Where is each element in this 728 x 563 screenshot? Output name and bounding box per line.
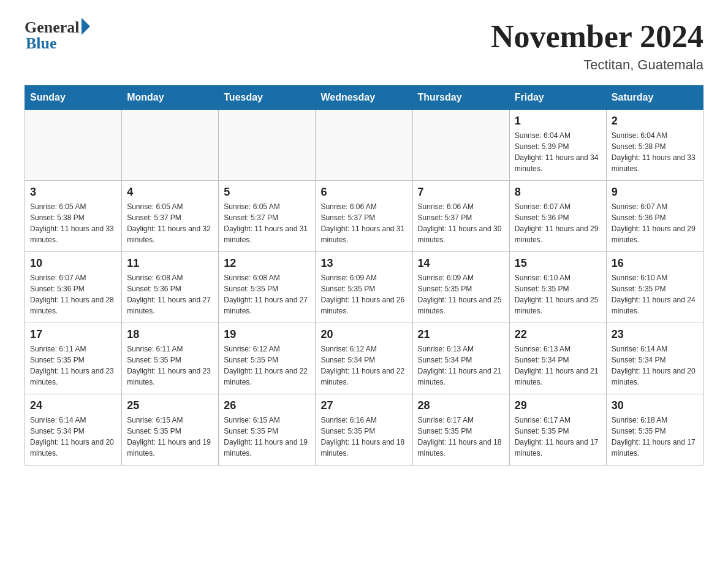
calendar-cell: [219, 110, 316, 181]
day-info: Sunrise: 6:12 AMSunset: 5:35 PMDaylight:…: [224, 343, 310, 388]
calendar-cell: 6Sunrise: 6:06 AMSunset: 5:37 PMDaylight…: [316, 181, 412, 252]
day-number: 16: [612, 257, 698, 270]
calendar-cell: 20Sunrise: 6:12 AMSunset: 5:34 PMDayligh…: [316, 323, 412, 394]
calendar-cell: 28Sunrise: 6:17 AMSunset: 5:35 PMDayligh…: [412, 394, 509, 465]
calendar-cell: 23Sunrise: 6:14 AMSunset: 5:34 PMDayligh…: [606, 323, 703, 394]
title-area: November 2024 Tectitan, Guatemala: [491, 18, 703, 73]
page-header: General Blue November 2024 Tectitan, Gua…: [25, 18, 703, 73]
day-info: Sunrise: 6:13 AMSunset: 5:34 PMDaylight:…: [515, 343, 601, 388]
day-info: Sunrise: 6:09 AMSunset: 5:35 PMDaylight:…: [320, 272, 407, 316]
calendar-cell: 30Sunrise: 6:18 AMSunset: 5:35 PMDayligh…: [606, 394, 703, 465]
day-info: Sunrise: 6:08 AMSunset: 5:36 PMDaylight:…: [127, 272, 213, 316]
calendar-cell: [122, 110, 219, 181]
day-number: 30: [612, 399, 698, 412]
calendar-cell: 29Sunrise: 6:17 AMSunset: 5:35 PMDayligh…: [509, 394, 606, 465]
calendar-cell: 24Sunrise: 6:14 AMSunset: 5:34 PMDayligh…: [25, 394, 122, 465]
day-number: 27: [320, 399, 407, 412]
day-number: 12: [224, 257, 310, 270]
calendar-cell: 17Sunrise: 6:11 AMSunset: 5:35 PMDayligh…: [25, 323, 122, 394]
day-number: 28: [418, 399, 504, 412]
day-info: Sunrise: 6:04 AMSunset: 5:39 PMDaylight:…: [515, 130, 601, 174]
calendar-cell: [412, 110, 509, 181]
month-title: November 2024: [491, 18, 703, 55]
day-number: 2: [612, 115, 698, 128]
day-info: Sunrise: 6:13 AMSunset: 5:34 PMDaylight:…: [418, 343, 504, 388]
day-info: Sunrise: 6:14 AMSunset: 5:34 PMDaylight:…: [30, 415, 116, 459]
calendar-cell: 5Sunrise: 6:05 AMSunset: 5:37 PMDaylight…: [219, 181, 316, 252]
calendar-cell: 21Sunrise: 6:13 AMSunset: 5:34 PMDayligh…: [412, 323, 509, 394]
day-info: Sunrise: 6:05 AMSunset: 5:38 PMDaylight:…: [30, 201, 116, 245]
calendar-cell: 8Sunrise: 6:07 AMSunset: 5:36 PMDaylight…: [509, 181, 606, 252]
calendar-cell: 12Sunrise: 6:08 AMSunset: 5:35 PMDayligh…: [219, 252, 316, 323]
day-info: Sunrise: 6:12 AMSunset: 5:34 PMDaylight:…: [320, 343, 407, 388]
weekday-header-thursday: Thursday: [412, 86, 509, 110]
location-text: Tectitan, Guatemala: [491, 57, 703, 73]
day-info: Sunrise: 6:18 AMSunset: 5:35 PMDaylight:…: [612, 415, 698, 459]
calendar-cell: 22Sunrise: 6:13 AMSunset: 5:34 PMDayligh…: [509, 323, 606, 394]
calendar-cell: [25, 110, 122, 181]
day-number: 7: [418, 186, 504, 199]
day-info: Sunrise: 6:06 AMSunset: 5:37 PMDaylight:…: [320, 201, 407, 245]
calendar-cell: 1Sunrise: 6:04 AMSunset: 5:39 PMDaylight…: [509, 110, 606, 181]
day-number: 5: [224, 186, 310, 199]
day-info: Sunrise: 6:10 AMSunset: 5:35 PMDaylight:…: [612, 272, 698, 316]
day-number: 18: [127, 328, 213, 341]
day-info: Sunrise: 6:17 AMSunset: 5:35 PMDaylight:…: [418, 415, 504, 459]
day-number: 6: [320, 186, 407, 199]
day-number: 13: [320, 257, 407, 270]
calendar-cell: 18Sunrise: 6:11 AMSunset: 5:35 PMDayligh…: [122, 323, 219, 394]
calendar-cell: 15Sunrise: 6:10 AMSunset: 5:35 PMDayligh…: [509, 252, 606, 323]
weekday-header-wednesday: Wednesday: [316, 86, 412, 110]
calendar-cell: 16Sunrise: 6:10 AMSunset: 5:35 PMDayligh…: [606, 252, 703, 323]
day-info: Sunrise: 6:04 AMSunset: 5:38 PMDaylight:…: [612, 130, 698, 174]
day-info: Sunrise: 6:05 AMSunset: 5:37 PMDaylight:…: [127, 201, 213, 245]
calendar-cell: [316, 110, 412, 181]
day-info: Sunrise: 6:07 AMSunset: 5:36 PMDaylight:…: [515, 201, 601, 245]
calendar-cell: 25Sunrise: 6:15 AMSunset: 5:35 PMDayligh…: [122, 394, 219, 465]
day-number: 19: [224, 328, 310, 341]
day-info: Sunrise: 6:06 AMSunset: 5:37 PMDaylight:…: [418, 201, 504, 245]
calendar-cell: 4Sunrise: 6:05 AMSunset: 5:37 PMDaylight…: [122, 181, 219, 252]
day-number: 14: [418, 257, 504, 270]
day-number: 20: [320, 328, 407, 341]
week-row-2: 3Sunrise: 6:05 AMSunset: 5:38 PMDaylight…: [25, 181, 703, 252]
day-number: 25: [127, 399, 213, 412]
calendar-cell: 19Sunrise: 6:12 AMSunset: 5:35 PMDayligh…: [219, 323, 316, 394]
calendar-cell: 26Sunrise: 6:15 AMSunset: 5:35 PMDayligh…: [219, 394, 316, 465]
weekday-header-tuesday: Tuesday: [219, 86, 316, 110]
calendar-cell: 10Sunrise: 6:07 AMSunset: 5:36 PMDayligh…: [25, 252, 122, 323]
day-info: Sunrise: 6:11 AMSunset: 5:35 PMDaylight:…: [127, 343, 213, 388]
day-info: Sunrise: 6:08 AMSunset: 5:35 PMDaylight:…: [224, 272, 310, 316]
weekday-header-row: SundayMondayTuesdayWednesdayThursdayFrid…: [25, 86, 703, 110]
calendar-cell: 7Sunrise: 6:06 AMSunset: 5:37 PMDaylight…: [412, 181, 509, 252]
day-info: Sunrise: 6:14 AMSunset: 5:34 PMDaylight:…: [612, 343, 698, 388]
day-number: 21: [418, 328, 504, 341]
week-row-4: 17Sunrise: 6:11 AMSunset: 5:35 PMDayligh…: [25, 323, 703, 394]
day-info: Sunrise: 6:09 AMSunset: 5:35 PMDaylight:…: [418, 272, 504, 316]
day-number: 1: [515, 115, 601, 128]
day-number: 10: [30, 257, 116, 270]
calendar-cell: 3Sunrise: 6:05 AMSunset: 5:38 PMDaylight…: [25, 181, 122, 252]
day-number: 23: [612, 328, 698, 341]
weekday-header-monday: Monday: [122, 86, 219, 110]
calendar-cell: 27Sunrise: 6:16 AMSunset: 5:35 PMDayligh…: [316, 394, 412, 465]
calendar-table: SundayMondayTuesdayWednesdayThursdayFrid…: [25, 85, 703, 465]
calendar-cell: 2Sunrise: 6:04 AMSunset: 5:38 PMDaylight…: [606, 110, 703, 181]
day-info: Sunrise: 6:07 AMSunset: 5:36 PMDaylight:…: [612, 201, 698, 245]
day-number: 4: [127, 186, 213, 199]
weekday-header-friday: Friday: [509, 86, 606, 110]
day-info: Sunrise: 6:16 AMSunset: 5:35 PMDaylight:…: [320, 415, 407, 459]
logo: General Blue: [25, 18, 90, 53]
day-number: 11: [127, 257, 213, 270]
day-number: 3: [30, 186, 116, 199]
week-row-5: 24Sunrise: 6:14 AMSunset: 5:34 PMDayligh…: [25, 394, 703, 465]
day-number: 22: [515, 328, 601, 341]
day-number: 9: [612, 186, 698, 199]
week-row-1: 1Sunrise: 6:04 AMSunset: 5:39 PMDaylight…: [25, 110, 703, 181]
week-row-3: 10Sunrise: 6:07 AMSunset: 5:36 PMDayligh…: [25, 252, 703, 323]
weekday-header-saturday: Saturday: [606, 86, 703, 110]
day-info: Sunrise: 6:10 AMSunset: 5:35 PMDaylight:…: [515, 272, 601, 316]
day-number: 15: [515, 257, 601, 270]
day-info: Sunrise: 6:05 AMSunset: 5:37 PMDaylight:…: [224, 201, 310, 245]
calendar-cell: 9Sunrise: 6:07 AMSunset: 5:36 PMDaylight…: [606, 181, 703, 252]
